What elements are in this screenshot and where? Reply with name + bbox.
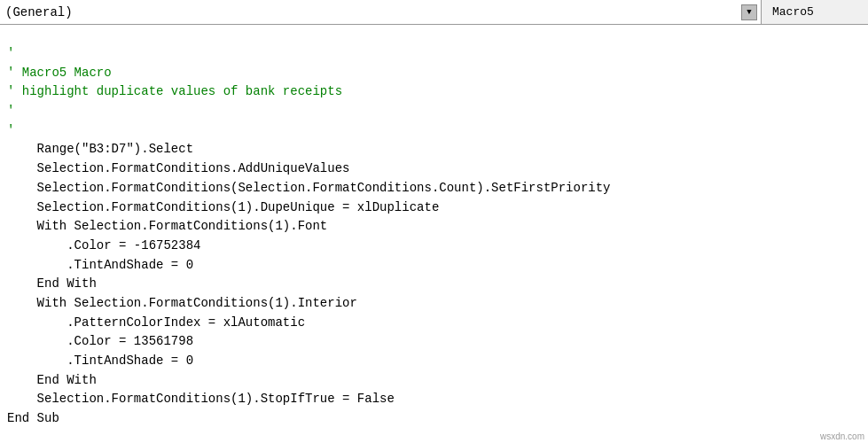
code-line: ' highlight duplicate values of bank rec…	[0, 82, 868, 102]
code-line: .TintAndShade = 0	[0, 256, 868, 276]
code-line: End Sub	[0, 409, 868, 429]
module-value: (General)	[5, 5, 73, 19]
code-line: .Color = 13561798	[0, 332, 868, 352]
code-line: ' Macro5 Macro	[0, 64, 868, 83]
code-line: Selection.FormatConditions.AddUniqueValu…	[0, 159, 868, 179]
code-line: Selection.FormatConditions(1).DupeUnique…	[0, 198, 868, 218]
code-line: With Selection.FormatConditions(1).Inter…	[0, 294, 868, 314]
code-line: End With	[0, 371, 868, 391]
code-line: With Selection.FormatConditions(1).Font	[0, 217, 868, 237]
dropdown-arrow-icon[interactable]: ▼	[741, 4, 757, 20]
top-bar: (General) ▼ Macro5	[0, 0, 868, 25]
code-editor[interactable]: '' Macro5 Macro' highlight duplicate val…	[0, 25, 868, 443]
code-line: Range("B3:D7").Select	[0, 140, 868, 159]
code-line: .TintAndShade = 0	[0, 352, 868, 371]
code-line: .PatternColorIndex = xlAutomatic	[0, 314, 868, 333]
code-line: .Color = -16752384	[0, 237, 868, 256]
code-line: Selection.FormatConditions(Selection.For…	[0, 179, 868, 198]
macro-name-label: Macro5	[762, 5, 868, 19]
module-dropdown[interactable]: (General) ▼	[0, 0, 762, 24]
code-line: '	[0, 121, 868, 141]
code-line: Selection.FormatConditions(1).StopIfTrue…	[0, 390, 868, 409]
code-line: '	[0, 102, 868, 121]
code-line: '	[0, 44, 868, 64]
watermark: wsxdn.com	[820, 431, 864, 441]
code-line: End With	[0, 275, 868, 294]
